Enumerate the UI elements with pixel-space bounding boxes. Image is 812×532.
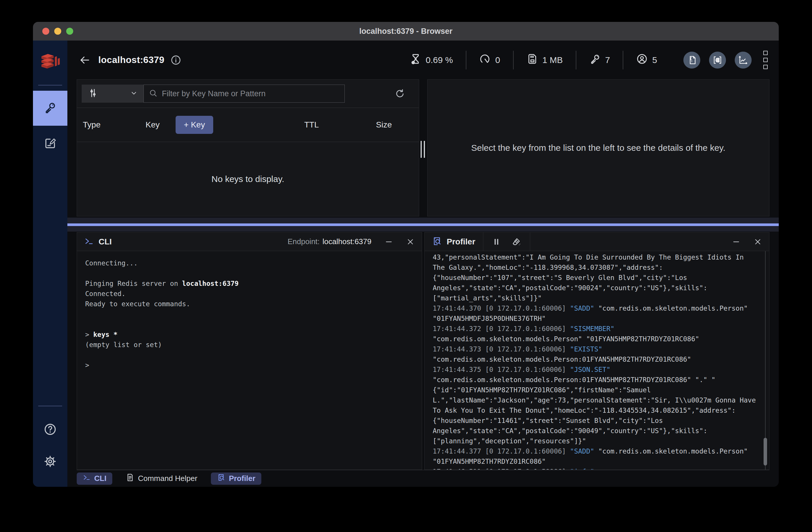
terminal-line: Connecting... bbox=[85, 258, 414, 268]
terminal-line: "com.redis.om.skeleton.models.Person" "0… bbox=[433, 334, 761, 344]
analytics-chart-button[interactable] bbox=[735, 52, 752, 69]
profiler-title: Profiler bbox=[447, 237, 475, 246]
cli-output[interactable]: Connecting... Pinging Redis server on lo… bbox=[77, 251, 422, 470]
add-key-button[interactable]: + Key bbox=[176, 116, 213, 134]
profiler-icon bbox=[432, 236, 442, 248]
column-size: Size bbox=[376, 120, 392, 129]
minimize-profiler-button[interactable] bbox=[732, 238, 741, 246]
bottom-panel-resize-divider[interactable] bbox=[67, 218, 779, 232]
terminal-prompt-icon bbox=[84, 236, 94, 247]
sidebar-item-workbench[interactable] bbox=[33, 126, 67, 161]
terminal-line bbox=[85, 319, 414, 330]
tab-cli[interactable]: CLI bbox=[77, 473, 112, 485]
tab-profiler[interactable]: Profiler bbox=[211, 473, 261, 485]
key-icon bbox=[43, 101, 57, 115]
terminal-line: "01FYAN5HMP82TH7RDYZ01RC086" bbox=[433, 457, 761, 467]
terminal-line: Angeles","state":"CA","postalCode":"9002… bbox=[433, 283, 761, 293]
back-button[interactable] bbox=[78, 54, 91, 66]
profiler-header: Profiler bbox=[425, 232, 769, 251]
terminal-line: 17:41:44.370 [0 172.17.0.1:60006] "SADD"… bbox=[433, 303, 761, 314]
profiler-output: 43,"personalStatement":"I Am Going To Di… bbox=[425, 251, 769, 470]
terminal-line bbox=[85, 350, 414, 360]
terminal-line: Ready to execute commands. bbox=[85, 299, 414, 309]
sidebar-item-settings[interactable] bbox=[33, 446, 67, 478]
cli-header: CLI Endpoint: localhost:6379 bbox=[77, 232, 422, 251]
terminal-line: To Ask You To Exit The Donut","homeLoc":… bbox=[433, 405, 761, 416]
info-icon[interactable] bbox=[170, 55, 182, 66]
tab-label: CLI bbox=[94, 474, 106, 483]
filter-type-dropdown[interactable] bbox=[82, 85, 144, 103]
tab-label: Command Helper bbox=[138, 474, 198, 483]
endpoint-label: Endpoint: bbox=[288, 237, 320, 246]
minimize-cli-button[interactable] bbox=[385, 238, 393, 246]
stat-clients: 5 bbox=[623, 51, 670, 69]
key-filter-input[interactable] bbox=[162, 89, 340, 98]
terminal-line: "01FYAN5HMDFJ85P0DHNE376TRH" bbox=[433, 314, 761, 324]
sidebar-item-help[interactable] bbox=[33, 414, 67, 446]
stat-cpu: 0.69 % bbox=[397, 51, 466, 69]
stat-value: 0.69 % bbox=[426, 55, 453, 65]
terminal-line: "com.redis.om.skeleton.models.Person:01F… bbox=[433, 375, 761, 385]
endpoint-value: localhost:6379 bbox=[323, 237, 372, 246]
redis-logo-icon bbox=[40, 52, 61, 72]
matrix-button[interactable] bbox=[709, 52, 726, 69]
profiler-tools bbox=[483, 232, 530, 251]
close-profiler-button[interactable] bbox=[753, 238, 762, 246]
search-box bbox=[144, 85, 345, 103]
terminal-line: Pinging Redis server on localhost:6379 bbox=[85, 278, 414, 289]
terminal-line: 17:41:44.377 [0 172.17.0.1:60006] "SADD"… bbox=[433, 446, 761, 457]
key-icon bbox=[589, 53, 601, 67]
terminal-line: Angeles","state":"CA","postalCode":"9004… bbox=[433, 426, 761, 436]
key-details-panel: Select the key from the list on the left… bbox=[427, 79, 770, 216]
refresh-icon[interactable] bbox=[394, 88, 405, 99]
sidebar-divider bbox=[38, 85, 62, 85]
terminal-line: {"id":"01FYAN5HMP82TH7RDYZ01RC086","firs… bbox=[433, 385, 761, 395]
panel-resize-handle[interactable] bbox=[421, 141, 425, 158]
tab-command-helper[interactable]: Command Helper bbox=[120, 473, 203, 485]
gauge-icon bbox=[479, 53, 491, 67]
sidebar-item-browser[interactable] bbox=[33, 91, 67, 126]
column-key: Key bbox=[146, 120, 160, 129]
profiler-scrollbar-thumb[interactable] bbox=[764, 438, 767, 465]
terminal-line bbox=[85, 268, 414, 278]
app-window: localhost:6379 - Browser bbox=[33, 22, 779, 487]
stat-value: 5 bbox=[652, 55, 657, 65]
sidebar bbox=[33, 41, 67, 487]
user-icon bbox=[636, 53, 648, 67]
bottom-tab-bar: CLI Command Helper bbox=[77, 470, 769, 487]
cli-panel: CLI Endpoint: localhost:6379 Connecting.… bbox=[77, 232, 422, 470]
close-cli-button[interactable] bbox=[406, 238, 415, 246]
sliders-icon bbox=[87, 88, 98, 99]
terminal-line: ["planning","deception","resources"]}" bbox=[433, 436, 761, 446]
sidebar-divider bbox=[38, 406, 62, 406]
terminal-line: L.","lastName":"Jackson","age":73,"perso… bbox=[433, 395, 761, 405]
terminal-prompt-icon bbox=[83, 473, 91, 484]
terminal-line: 17:41:44.375 [0 172.17.0.1:60006] "JSON.… bbox=[433, 364, 761, 375]
terminal-line: "com.redis.om.skeleton.models.Person:01F… bbox=[433, 354, 761, 364]
pause-profiler-button[interactable] bbox=[492, 238, 501, 246]
stat-commands: 0 bbox=[466, 51, 513, 69]
json-file-button[interactable] bbox=[683, 52, 700, 69]
document-icon bbox=[126, 473, 134, 484]
terminal-line: 43,"personalStatement":"I Am Going To Di… bbox=[433, 252, 761, 262]
clear-profiler-button[interactable] bbox=[511, 237, 521, 247]
more-menu-button[interactable] bbox=[763, 51, 768, 69]
profiler-icon bbox=[217, 473, 226, 484]
profiler-panel: Profiler bbox=[424, 232, 770, 470]
terminal-line: 17:41:46.511 [0 172.17.0.1:59986] "info" bbox=[433, 467, 761, 470]
terminal-line: {"houseNumber":"11461","street":"Sunset … bbox=[433, 416, 761, 426]
window-title: localhost:6379 - Browser bbox=[33, 27, 779, 36]
stat-value: 7 bbox=[605, 55, 610, 65]
search-icon bbox=[148, 88, 158, 99]
db-header: localhost:6379 bbox=[67, 41, 779, 79]
terminal-line: 17:41:44.372 [0 172.17.0.1:60006] "SISME… bbox=[433, 324, 761, 334]
gear-icon bbox=[43, 455, 57, 469]
terminal-line: The Galaxy.","homeLoc":"-118.399968,34.0… bbox=[433, 262, 761, 273]
column-ttl: TTL bbox=[304, 120, 319, 129]
stat-memory: 1 MB bbox=[513, 51, 576, 69]
select-key-message: Select the key from the list on the left… bbox=[453, 143, 743, 153]
terminal-line: {"houseNumber":"107","street":"S Beverly… bbox=[433, 273, 761, 283]
key-table-header: Type Key + Key TTL Size bbox=[77, 108, 419, 142]
window-titlebar: localhost:6379 - Browser bbox=[33, 22, 779, 41]
empty-keys-message: No keys to display. bbox=[77, 142, 419, 216]
